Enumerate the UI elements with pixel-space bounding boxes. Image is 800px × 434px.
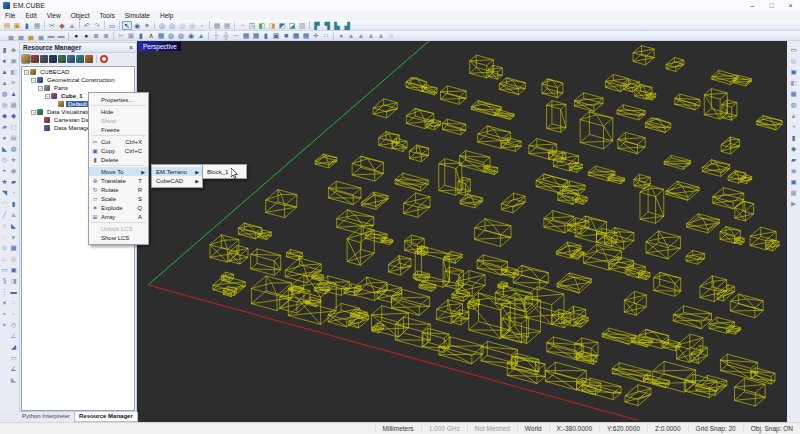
maximize-button[interactable]: □: [762, 0, 781, 11]
menu-view[interactable]: View: [42, 12, 66, 19]
menu-item-properties-[interactable]: Properties...: [89, 95, 148, 104]
edit6-icon[interactable]: ▦: [9, 99, 18, 110]
grid4-icon[interactable]: ▦: [301, 31, 311, 40]
plate-tool-icon[interactable]: ▰: [0, 121, 9, 132]
ball-icon[interactable]: ●: [336, 31, 346, 40]
torus-tool-icon[interactable]: ◎: [0, 99, 9, 110]
dot-icon[interactable]: ◉: [186, 31, 196, 40]
col-icon[interactable]: ▮: [261, 31, 271, 40]
circ-icon[interactable]: ◍: [166, 31, 176, 40]
tree-item-parts[interactable]: -Parts: [22, 84, 134, 92]
edit20-icon[interactable]: ◎: [9, 253, 18, 264]
view-top-icon[interactable]: ◔: [237, 21, 247, 30]
edit15-icon[interactable]: ▮: [9, 198, 18, 209]
new-icon[interactable]: ▤: [2, 21, 12, 30]
view-iso-icon[interactable]: ▨: [297, 21, 307, 30]
menu-edit[interactable]: Edit: [20, 12, 41, 19]
menu-help[interactable]: Help: [155, 12, 178, 19]
block-icon[interactable]: ▮: [136, 31, 146, 40]
spiral-icon[interactable]: §: [0, 275, 9, 286]
dots-icon[interactable]: ⋮: [0, 286, 9, 297]
new-project-icon[interactable]: [22, 55, 30, 63]
tool-f-icon[interactable]: ▬: [56, 31, 66, 40]
tri4-icon[interactable]: ▲: [376, 31, 386, 40]
edit29-icon[interactable]: ▭: [9, 352, 18, 363]
print-icon[interactable]: ▦: [32, 21, 42, 30]
menu-item-em-terrano[interactable]: EM.Terrano▶: [152, 167, 202, 176]
edit27-icon[interactable]: ∠: [9, 330, 18, 341]
menu-object[interactable]: Object: [66, 12, 95, 19]
globe-icon[interactable]: ◍: [789, 99, 798, 110]
edit2-icon[interactable]: ▣: [9, 55, 18, 66]
sphere2-icon[interactable]: ●: [81, 31, 91, 40]
menu-item-move-to[interactable]: Move To▶: [89, 167, 148, 176]
menu-simulate[interactable]: Simulate: [120, 12, 155, 19]
move2-icon[interactable]: ✛: [311, 31, 321, 40]
table2-icon[interactable]: ▦: [251, 31, 261, 40]
sim-icon[interactable]: [85, 55, 93, 63]
edit16-icon[interactable]: ▲: [9, 209, 18, 220]
view-right-icon[interactable]: ◨: [267, 21, 277, 30]
vis1-icon[interactable]: ▲: [789, 110, 798, 121]
zoom-out-icon[interactable]: ◎: [187, 21, 197, 30]
cut2-icon[interactable]: ✂: [116, 31, 126, 40]
prism-tool-icon[interactable]: ◆: [0, 110, 9, 121]
close-button[interactable]: ×: [781, 0, 800, 11]
grid5-icon[interactable]: ▦: [789, 88, 798, 99]
eye-icon[interactable]: ◎: [789, 55, 798, 66]
redo-icon[interactable]: ↷: [92, 21, 102, 30]
view-back-icon[interactable]: ◪: [287, 21, 297, 30]
disk-tool-icon[interactable]: ●: [0, 132, 9, 143]
menu-item-array[interactable]: ⊞ArrayA: [89, 212, 148, 221]
tree-item-geometrical-construction[interactable]: -Geometrical Construction: [22, 76, 134, 84]
menu-item-scale[interactable]: ▱ScaleS: [89, 194, 148, 203]
ellipse-tool-icon[interactable]: ◌: [0, 231, 9, 242]
edit7-icon[interactable]: ◆: [9, 110, 18, 121]
minimize-button[interactable]: –: [743, 0, 762, 11]
select-arrow-icon[interactable]: ↖: [122, 21, 132, 30]
menu-item-freeze[interactable]: Freeze: [89, 125, 148, 134]
table-icon[interactable]: ▦: [241, 31, 251, 40]
viz-icon[interactable]: [76, 55, 84, 63]
edit30-icon[interactable]: ∠: [9, 363, 18, 374]
cad-icon[interactable]: [49, 55, 57, 63]
zoom-in-icon[interactable]: ◎: [177, 21, 187, 30]
extra-a-icon[interactable]: ▪: [0, 308, 9, 319]
tri3-icon[interactable]: ▲: [366, 31, 376, 40]
grid2-icon[interactable]: ╬: [221, 31, 231, 40]
paste-icon[interactable]: ▲: [67, 21, 77, 30]
edit22-icon[interactable]: ◨: [9, 275, 18, 286]
cut-icon[interactable]: ✂: [47, 21, 57, 30]
pts-icon[interactable]: ∷: [321, 31, 331, 40]
cam2-icon[interactable]: ◧: [789, 77, 798, 88]
edit25-icon[interactable]: ▫: [9, 308, 18, 319]
run-icon[interactable]: [100, 55, 108, 63]
home-icon[interactable]: ⌂: [386, 31, 396, 40]
save-icon[interactable]: ▮: [22, 21, 32, 30]
scene-icon[interactable]: [40, 55, 48, 63]
misc-icon[interactable]: ▾: [0, 297, 9, 308]
circle-tool-icon[interactable]: ○: [0, 220, 9, 231]
menu-file[interactable]: File: [0, 12, 20, 19]
cone-tool-icon[interactable]: ▲: [0, 66, 9, 77]
cell-icon[interactable]: ▣: [271, 31, 281, 40]
sphere-tool-icon[interactable]: ●: [0, 55, 9, 66]
vis7-icon[interactable]: ▣: [789, 176, 798, 187]
tool-e-icon[interactable]: ▬: [46, 31, 56, 40]
vis2-icon[interactable]: ◔: [789, 121, 798, 132]
edit1-icon[interactable]: ◆: [9, 44, 18, 55]
view-bottom-icon[interactable]: ◳: [247, 21, 257, 30]
edit3-icon[interactable]: ◧: [9, 66, 18, 77]
layout-2-icon[interactable]: ▜: [322, 21, 332, 30]
edit23-icon[interactable]: ▬: [9, 286, 18, 297]
pan-icon[interactable]: ◉: [132, 21, 142, 30]
menu-item-block-1[interactable]: Block_1: [203, 167, 246, 176]
wedge-icon[interactable]: ∧: [146, 31, 156, 40]
grid-icon[interactable]: ▦: [212, 21, 222, 30]
tree-expander-icon[interactable]: -: [45, 94, 50, 99]
line-tool-icon[interactable]: ╱: [0, 209, 9, 220]
view-front-icon[interactable]: ◩: [277, 21, 287, 30]
vis3-icon[interactable]: ▮: [789, 132, 798, 143]
screen-icon[interactable]: ▭: [107, 21, 117, 30]
mesh-view-icon[interactable]: [58, 55, 66, 63]
